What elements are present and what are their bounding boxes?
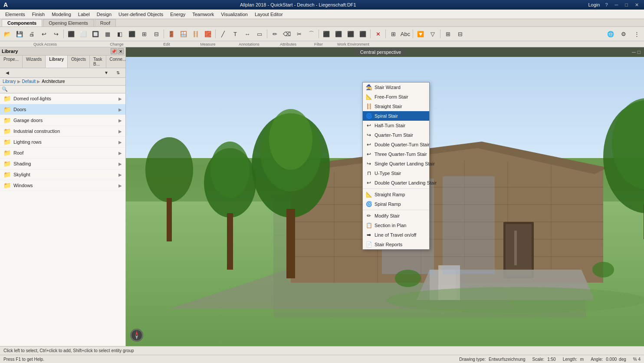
tb-save[interactable]: 💾 <box>14 29 25 39</box>
tab-roof[interactable]: Roof <box>95 19 116 26</box>
tb-env[interactable]: ⊞ <box>442 29 453 39</box>
panel-pin-btn[interactable]: 📌 <box>111 48 117 54</box>
tb-undo[interactable]: ↩ <box>38 29 49 39</box>
menu-modeling[interactable]: Modeling <box>48 11 75 18</box>
back-btn[interactable]: ◀ <box>2 69 13 76</box>
tb-filter1[interactable]: 🔽 <box>415 29 426 39</box>
tab-opening-elements[interactable]: Opening Elements <box>43 19 94 26</box>
dropdown-straight-stair[interactable]: 🪜 Straight Stair <box>363 102 429 111</box>
dropdown-stair-reports[interactable]: 📄 Stair Reports <box>363 240 429 249</box>
menu-teamwork[interactable]: Teamwork <box>189 11 217 18</box>
title-bar: A Allplan 2018 - QuickStart - Deutsch - … <box>0 0 644 10</box>
tree-item-domed[interactable]: 📁 Domed roof-lights ▶ <box>0 93 125 104</box>
tb-eraser[interactable]: ⌫ <box>281 29 292 39</box>
tb-stair[interactable]: 🪜 <box>190 29 201 39</box>
menu-visualization[interactable]: Visualization <box>217 11 251 18</box>
dropdown-modify-stair[interactable]: ✏ Modify Stair <box>363 211 429 221</box>
dropdown-half-turn-stair[interactable]: ↩ Half-Turn Stair <box>363 121 429 130</box>
panel-tab-taskb[interactable]: Task B... <box>90 56 106 68</box>
dropdown-section-in-plan[interactable]: 📋 Section in Plan <box>363 221 429 230</box>
dropdown-three-quarter-turn[interactable]: ↩ Three Quarter-Turn Stair <box>363 149 429 159</box>
tb-btn8[interactable]: ⊟ <box>151 29 162 39</box>
help-btn[interactable]: ? <box>603 2 609 7</box>
tree-item-doors[interactable]: 📁 Doors ▶ <box>0 104 125 115</box>
tb-window[interactable]: 🪟 <box>178 29 189 39</box>
tb-3d4[interactable]: ⬛ <box>357 29 368 39</box>
tb-draw1[interactable]: ╱ <box>217 29 229 39</box>
tb-btn2[interactable]: ⬜ <box>78 29 89 39</box>
tb-filter2[interactable]: ▽ <box>427 29 438 39</box>
tree-item-roof[interactable]: 📁 Roof ▶ <box>0 148 125 158</box>
dropdown-free-form-stair[interactable]: 📐 Free-Form Stair <box>363 92 429 102</box>
sort-icon[interactable]: ⇅ <box>112 69 124 76</box>
tb-settings[interactable]: ⚙ <box>618 29 629 39</box>
tb-rect[interactable]: ▭ <box>254 29 265 39</box>
breadcrumb-library[interactable]: Library <box>3 79 16 84</box>
tb-btn4[interactable]: ▦ <box>102 29 113 39</box>
menu-elements[interactable]: Elements <box>2 11 29 18</box>
tree-item-lighting[interactable]: 📁 Lighting rows ▶ <box>0 137 125 148</box>
tb-m2[interactable]: Abc <box>400 29 411 39</box>
menu-layout-editor[interactable]: Layout Editor <box>251 11 286 18</box>
menu-energy[interactable]: Energy <box>167 11 189 18</box>
panel-tab-objects[interactable]: Objects <box>68 56 90 68</box>
tree-item-skylight[interactable]: 📁 Skylight ▶ <box>0 169 125 180</box>
vp-min[interactable]: ─ <box>632 49 636 55</box>
tab-components[interactable]: Components <box>2 19 42 26</box>
tree-item-industrial[interactable]: 📁 Industrial construction ▶ <box>0 126 125 137</box>
tb-btn1[interactable]: ⬛ <box>66 29 77 39</box>
expand-arrow-roof: ▶ <box>118 151 122 155</box>
dropdown-u-type[interactable]: ⊓ U-Type Stair <box>363 168 429 178</box>
tb-x[interactable]: ✕ <box>372 29 384 39</box>
tree-item-garage[interactable]: 📁 Garage doors ▶ <box>0 115 125 126</box>
menu-design[interactable]: Design <box>93 11 115 18</box>
panel-tab-prope[interactable]: Prope... <box>0 56 23 68</box>
tb-pencil[interactable]: ✏ <box>269 29 280 39</box>
tb-btn3[interactable]: 🔲 <box>90 29 101 39</box>
tb-env2[interactable]: ⊟ <box>454 29 466 39</box>
sep6 <box>370 30 371 38</box>
panel-tab-library[interactable]: Library <box>46 56 68 68</box>
tb-open[interactable]: 📂 <box>2 29 13 39</box>
vp-max[interactable]: □ <box>637 49 641 55</box>
dropdown-line-of-travel[interactable]: ➡ Line of Travel on/off <box>363 230 429 240</box>
dropdown-stair-wizard[interactable]: 🧙 Stair Wizard <box>363 82 429 92</box>
dropdown-double-quarter-landing[interactable]: ↩ Double Quarter Landing Stair <box>363 178 429 188</box>
breadcrumb-default[interactable]: Default <box>22 79 36 84</box>
tree-item-windows[interactable]: 📁 Windows ▶ <box>0 180 125 191</box>
tb-redo[interactable]: ↪ <box>50 29 62 39</box>
tb-btn7[interactable]: ⊞ <box>138 29 150 39</box>
tb-print[interactable]: 🖨 <box>26 29 37 39</box>
maximize-btn[interactable]: □ <box>623 2 630 7</box>
tb-btn5[interactable]: ◧ <box>114 29 125 39</box>
tb-more[interactable]: ⋮ <box>631 29 642 39</box>
tb-3d3[interactable]: ⬛ <box>345 29 356 39</box>
menu-user-defined[interactable]: User-defined Objects <box>115 11 167 18</box>
tb-btn6[interactable]: ⬛ <box>126 29 138 39</box>
filter-icon[interactable]: ▼ <box>100 69 112 76</box>
dropdown-single-quarter-landing[interactable]: ↪ Single Quarter Landing Stair <box>363 159 429 168</box>
tb-text[interactable]: T <box>230 29 241 39</box>
tb-wall[interactable]: 🧱 <box>202 29 214 39</box>
tree-item-shading[interactable]: 📁 Shading ▶ <box>0 158 125 169</box>
panel-tab-wizards[interactable]: Wizards <box>23 56 46 68</box>
tb-door[interactable]: 🚪 <box>166 29 177 39</box>
tb-cut[interactable]: ✂ <box>293 29 305 39</box>
tb-3d2[interactable]: ⬛ <box>333 29 344 39</box>
login-label[interactable]: Login <box>588 2 600 7</box>
dropdown-quarter-turn[interactable]: ↪ Quarter-Turn Stair <box>363 130 429 140</box>
tb-globe[interactable]: 🌐 <box>605 29 616 39</box>
menu-finish[interactable]: Finish <box>29 11 48 18</box>
dropdown-spiral-stair[interactable]: 🌀 Spiral Stair <box>363 111 429 121</box>
tb-m1[interactable]: ⊞ <box>388 29 399 39</box>
menu-label[interactable]: Label <box>75 11 93 18</box>
tb-arc[interactable]: ⌒ <box>306 29 317 39</box>
close-btn[interactable]: ✕ <box>633 2 641 8</box>
dropdown-straight-ramp[interactable]: 📐 Straight Ramp <box>363 190 429 199</box>
tb-dim[interactable]: ↔ <box>242 29 253 39</box>
panel-close-btn[interactable]: ✕ <box>118 48 124 54</box>
dropdown-double-quarter-turn[interactable]: ↩ Double Quarter-Turn Stair <box>363 140 429 149</box>
dropdown-spiral-ramp[interactable]: 🌀 Spiral Ramp <box>363 199 429 209</box>
tb-3d1[interactable]: ⬛ <box>321 29 332 39</box>
minimize-btn[interactable]: ─ <box>613 2 620 7</box>
